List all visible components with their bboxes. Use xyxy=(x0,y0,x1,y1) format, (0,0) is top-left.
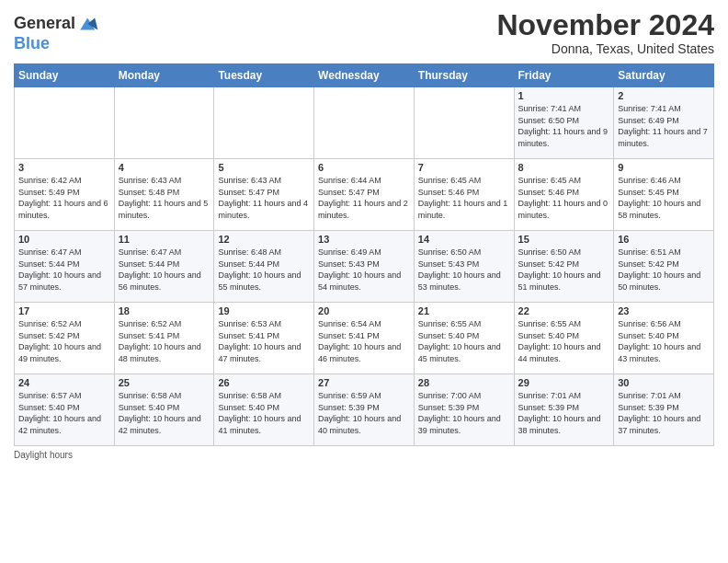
calendar-cell: 15Sunrise: 6:50 AM Sunset: 5:42 PM Dayli… xyxy=(514,231,614,303)
day-info: Sunrise: 6:45 AM Sunset: 5:46 PM Dayligh… xyxy=(518,175,610,221)
day-number: 18 xyxy=(119,305,210,316)
calendar-cell: 29Sunrise: 7:01 AM Sunset: 5:39 PM Dayli… xyxy=(514,374,614,446)
footer-note: Daylight hours xyxy=(14,450,714,460)
calendar-cell: 13Sunrise: 6:49 AM Sunset: 5:43 PM Dayli… xyxy=(314,231,415,303)
day-info: Sunrise: 6:59 AM Sunset: 5:39 PM Dayligh… xyxy=(318,390,410,436)
calendar-cell: 22Sunrise: 6:55 AM Sunset: 5:40 PM Dayli… xyxy=(514,303,614,374)
day-number: 19 xyxy=(218,305,310,316)
calendar-cell: 4Sunrise: 6:43 AM Sunset: 5:48 PM Daylig… xyxy=(114,159,214,231)
logo-blue: Blue xyxy=(14,34,50,52)
calendar-week-4: 17Sunrise: 6:52 AM Sunset: 5:42 PM Dayli… xyxy=(15,303,714,374)
day-info: Sunrise: 6:47 AM Sunset: 5:44 PM Dayligh… xyxy=(119,247,210,293)
calendar-cell: 25Sunrise: 6:58 AM Sunset: 5:40 PM Dayli… xyxy=(114,374,214,446)
day-info: Sunrise: 6:49 AM Sunset: 5:43 PM Dayligh… xyxy=(318,247,410,293)
calendar-cell: 14Sunrise: 6:50 AM Sunset: 5:43 PM Dayli… xyxy=(414,231,514,303)
day-info: Sunrise: 7:41 AM Sunset: 6:49 PM Dayligh… xyxy=(618,103,710,149)
calendar-cell: 9Sunrise: 6:46 AM Sunset: 5:45 PM Daylig… xyxy=(614,159,714,231)
calendar-cell xyxy=(414,87,514,159)
day-info: Sunrise: 6:47 AM Sunset: 5:44 PM Dayligh… xyxy=(18,247,110,293)
column-header-wednesday: Wednesday xyxy=(314,64,415,87)
day-info: Sunrise: 7:01 AM Sunset: 5:39 PM Dayligh… xyxy=(618,390,710,436)
calendar-cell: 17Sunrise: 6:52 AM Sunset: 5:42 PM Dayli… xyxy=(15,303,115,374)
day-info: Sunrise: 6:57 AM Sunset: 5:40 PM Dayligh… xyxy=(18,390,110,436)
page-container: General Blue November 2024 Donna, Texas,… xyxy=(0,0,728,469)
calendar-cell: 6Sunrise: 6:44 AM Sunset: 5:47 PM Daylig… xyxy=(314,159,415,231)
day-number: 13 xyxy=(318,234,410,245)
calendar-cell: 11Sunrise: 6:47 AM Sunset: 5:44 PM Dayli… xyxy=(114,231,214,303)
header: General Blue November 2024 Donna, Texas,… xyxy=(14,9,714,56)
calendar-table: SundayMondayTuesdayWednesdayThursdayFrid… xyxy=(14,63,714,446)
calendar-cell: 26Sunrise: 6:58 AM Sunset: 5:40 PM Dayli… xyxy=(214,374,314,446)
day-number: 5 xyxy=(218,162,310,173)
day-number: 29 xyxy=(518,377,610,388)
column-header-sunday: Sunday xyxy=(15,64,115,87)
calendar-cell: 2Sunrise: 7:41 AM Sunset: 6:49 PM Daylig… xyxy=(614,87,714,159)
day-number: 22 xyxy=(518,305,610,316)
column-header-thursday: Thursday xyxy=(414,64,514,87)
day-number: 1 xyxy=(518,90,610,101)
day-number: 7 xyxy=(418,162,510,173)
day-number: 15 xyxy=(518,234,610,245)
day-number: 21 xyxy=(418,305,510,316)
day-info: Sunrise: 7:01 AM Sunset: 5:39 PM Dayligh… xyxy=(518,390,610,436)
day-info: Sunrise: 6:56 AM Sunset: 5:40 PM Dayligh… xyxy=(618,318,710,364)
calendar-cell xyxy=(314,87,415,159)
calendar-cell: 5Sunrise: 6:43 AM Sunset: 5:47 PM Daylig… xyxy=(214,159,314,231)
day-number: 2 xyxy=(618,90,710,101)
day-number: 16 xyxy=(618,234,710,245)
day-info: Sunrise: 6:51 AM Sunset: 5:42 PM Dayligh… xyxy=(618,247,710,293)
column-header-saturday: Saturday xyxy=(614,64,714,87)
day-info: Sunrise: 6:52 AM Sunset: 5:41 PM Dayligh… xyxy=(119,318,210,364)
day-number: 24 xyxy=(18,377,110,388)
day-info: Sunrise: 6:55 AM Sunset: 5:40 PM Dayligh… xyxy=(418,318,510,364)
day-info: Sunrise: 6:44 AM Sunset: 5:47 PM Dayligh… xyxy=(318,175,410,221)
day-info: Sunrise: 6:55 AM Sunset: 5:40 PM Dayligh… xyxy=(518,318,610,364)
day-info: Sunrise: 6:50 AM Sunset: 5:43 PM Dayligh… xyxy=(418,247,510,293)
day-number: 6 xyxy=(318,162,410,173)
calendar-cell: 28Sunrise: 7:00 AM Sunset: 5:39 PM Dayli… xyxy=(414,374,514,446)
day-number: 12 xyxy=(218,234,310,245)
column-header-tuesday: Tuesday xyxy=(214,64,314,87)
day-number: 10 xyxy=(18,234,110,245)
calendar-cell: 12Sunrise: 6:48 AM Sunset: 5:44 PM Dayli… xyxy=(214,231,314,303)
calendar-cell: 18Sunrise: 6:52 AM Sunset: 5:41 PM Dayli… xyxy=(114,303,214,374)
logo-general: General xyxy=(14,15,75,33)
day-info: Sunrise: 6:52 AM Sunset: 5:42 PM Dayligh… xyxy=(18,318,110,364)
day-number: 20 xyxy=(318,305,410,316)
day-info: Sunrise: 6:45 AM Sunset: 5:46 PM Dayligh… xyxy=(418,175,510,221)
calendar-cell: 10Sunrise: 6:47 AM Sunset: 5:44 PM Dayli… xyxy=(15,231,115,303)
title-block: November 2024 Donna, Texas, United State… xyxy=(496,9,714,56)
calendar-week-1: 1Sunrise: 7:41 AM Sunset: 6:50 PM Daylig… xyxy=(15,87,714,159)
day-number: 23 xyxy=(618,305,710,316)
day-info: Sunrise: 6:43 AM Sunset: 5:47 PM Dayligh… xyxy=(218,175,310,221)
calendar-header-row: SundayMondayTuesdayWednesdayThursdayFrid… xyxy=(15,64,714,87)
day-info: Sunrise: 6:46 AM Sunset: 5:45 PM Dayligh… xyxy=(618,175,710,221)
logo-icon xyxy=(77,13,99,35)
day-info: Sunrise: 6:53 AM Sunset: 5:41 PM Dayligh… xyxy=(218,318,310,364)
calendar-week-5: 24Sunrise: 6:57 AM Sunset: 5:40 PM Dayli… xyxy=(15,374,714,446)
day-info: Sunrise: 6:58 AM Sunset: 5:40 PM Dayligh… xyxy=(218,390,310,436)
calendar-cell xyxy=(15,87,115,159)
calendar-cell: 30Sunrise: 7:01 AM Sunset: 5:39 PM Dayli… xyxy=(614,374,714,446)
calendar-cell: 23Sunrise: 6:56 AM Sunset: 5:40 PM Dayli… xyxy=(614,303,714,374)
column-header-friday: Friday xyxy=(514,64,614,87)
day-number: 14 xyxy=(418,234,510,245)
day-number: 25 xyxy=(119,377,210,388)
logo: General Blue xyxy=(14,13,99,53)
day-number: 26 xyxy=(218,377,310,388)
day-info: Sunrise: 6:42 AM Sunset: 5:49 PM Dayligh… xyxy=(18,175,110,221)
calendar-cell: 16Sunrise: 6:51 AM Sunset: 5:42 PM Dayli… xyxy=(614,231,714,303)
calendar-cell: 21Sunrise: 6:55 AM Sunset: 5:40 PM Dayli… xyxy=(414,303,514,374)
location: Donna, Texas, United States xyxy=(496,41,714,56)
month-year: November 2024 xyxy=(496,9,714,41)
day-info: Sunrise: 7:00 AM Sunset: 5:39 PM Dayligh… xyxy=(418,390,510,436)
day-number: 30 xyxy=(618,377,710,388)
calendar-cell xyxy=(114,87,214,159)
day-number: 3 xyxy=(18,162,110,173)
day-info: Sunrise: 6:43 AM Sunset: 5:48 PM Dayligh… xyxy=(119,175,210,221)
calendar-week-3: 10Sunrise: 6:47 AM Sunset: 5:44 PM Dayli… xyxy=(15,231,714,303)
calendar-cell: 19Sunrise: 6:53 AM Sunset: 5:41 PM Dayli… xyxy=(214,303,314,374)
calendar-cell: 24Sunrise: 6:57 AM Sunset: 5:40 PM Dayli… xyxy=(15,374,115,446)
day-info: Sunrise: 6:54 AM Sunset: 5:41 PM Dayligh… xyxy=(318,318,410,364)
calendar-week-2: 3Sunrise: 6:42 AM Sunset: 5:49 PM Daylig… xyxy=(15,159,714,231)
